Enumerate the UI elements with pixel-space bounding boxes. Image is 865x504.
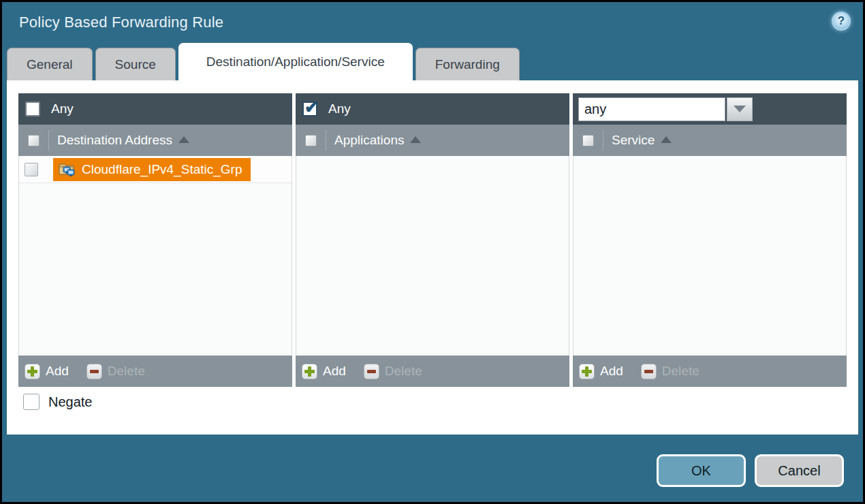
destination-address-row[interactable]: Cloudflare_IPv4_Static_Grp (19, 156, 292, 183)
applications-column: Any Applications Add (296, 93, 569, 387)
destination-address-entry[interactable]: Cloudflare_IPv4_Static_Grp (53, 158, 251, 181)
destination-row-checkbox[interactable] (25, 163, 38, 176)
policy-based-forwarding-dialog: Policy Based Forwarding Rule ? General S… (2, 2, 863, 502)
applications-list (296, 156, 569, 356)
negate-label: Negate (48, 394, 93, 410)
destination-address-column-header[interactable]: Destination Address (48, 130, 292, 151)
tab-general[interactable]: General (7, 48, 93, 80)
add-plus-icon (302, 364, 317, 379)
dialog-button-bar: OK Cancel (657, 454, 844, 487)
service-header-row: Service (573, 125, 847, 156)
service-dropdown: any (578, 97, 753, 121)
service-dropdown-value[interactable]: any (578, 97, 725, 121)
ok-button[interactable]: OK (657, 454, 746, 487)
service-dropdown-button[interactable] (727, 97, 753, 121)
tab-source[interactable]: Source (95, 48, 176, 80)
destination-footer: Add Delete (18, 356, 292, 387)
service-column-header[interactable]: Service (603, 130, 847, 151)
applications-footer: Add Delete (296, 356, 569, 387)
applications-select-all-checkbox[interactable] (305, 135, 317, 146)
service-list (573, 156, 847, 356)
applications-any-row: Any (296, 93, 569, 125)
destination-select-all-checkbox[interactable] (28, 135, 40, 146)
destination-any-row: Any (18, 93, 292, 125)
applications-delete-button[interactable]: Delete (364, 364, 422, 379)
cancel-button[interactable]: Cancel (755, 454, 844, 487)
service-footer: Add Delete (573, 356, 847, 387)
delete-minus-icon (364, 364, 379, 379)
sort-ascending-icon (178, 136, 189, 143)
add-plus-icon (579, 364, 595, 379)
destination-delete-button[interactable]: Delete (86, 364, 145, 379)
chevron-down-icon (734, 106, 746, 112)
tab-content-panel: Any Destination Address (7, 80, 858, 435)
destination-address-header-row: Destination Address (18, 125, 292, 156)
delete-minus-icon (86, 364, 102, 379)
destination-add-button[interactable]: Add (25, 364, 69, 379)
applications-header-row: Applications (296, 125, 569, 156)
address-group-icon (58, 161, 76, 177)
applications-add-button[interactable]: Add (302, 364, 346, 379)
destination-address-entry-label: Cloudflare_IPv4_Static_Grp (82, 162, 242, 177)
destination-any-label: Any (51, 101, 74, 116)
service-dropdown-row: any (573, 93, 847, 125)
service-column: any Service (573, 93, 847, 387)
applications-any-label: Any (328, 101, 351, 116)
service-delete-button[interactable]: Delete (641, 364, 699, 379)
destination-address-list: Cloudflare_IPv4_Static_Grp (18, 156, 292, 356)
service-select-all-checkbox[interactable] (582, 135, 594, 146)
negate-row: Negate (23, 394, 93, 410)
service-add-button[interactable]: Add (579, 364, 623, 379)
add-plus-icon (25, 364, 40, 379)
destination-any-checkbox[interactable] (25, 101, 40, 116)
applications-any-checkbox[interactable] (302, 101, 317, 116)
negate-checkbox[interactable] (23, 394, 40, 410)
applications-column-header[interactable]: Applications (326, 130, 569, 151)
sort-ascending-icon (410, 136, 421, 143)
delete-minus-icon (641, 364, 657, 379)
tab-bar: General Source Destination/Application/S… (7, 2, 858, 80)
columns-container: Any Destination Address (18, 93, 847, 387)
tab-forwarding[interactable]: Forwarding (415, 48, 520, 80)
destination-address-column: Any Destination Address (18, 93, 292, 387)
tab-destination-application-service[interactable]: Destination/Application/Service (178, 43, 413, 80)
sort-ascending-icon (661, 136, 672, 143)
